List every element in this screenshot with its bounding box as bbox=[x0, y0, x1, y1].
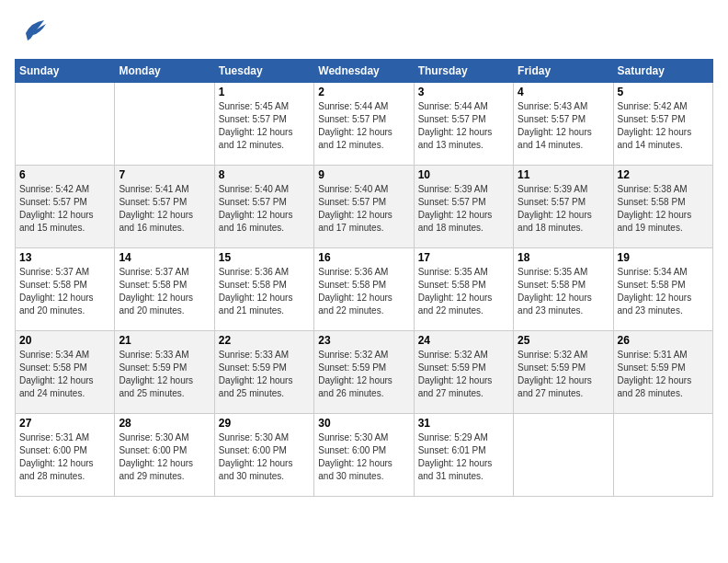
day-info: Sunrise: 5:43 AM Sunset: 5:57 PM Dayligh… bbox=[518, 100, 609, 152]
day-info: Sunrise: 5:30 AM Sunset: 6:00 PM Dayligh… bbox=[219, 431, 310, 483]
day-info: Sunrise: 5:33 AM Sunset: 5:59 PM Dayligh… bbox=[119, 349, 210, 400]
calendar-cell bbox=[115, 83, 214, 166]
day-info: Sunrise: 5:33 AM Sunset: 5:59 PM Dayligh… bbox=[219, 349, 310, 400]
calendar-week-1: 1Sunrise: 5:45 AM Sunset: 5:57 PM Daylig… bbox=[16, 83, 713, 166]
page-header bbox=[15, 15, 713, 48]
day-info: Sunrise: 5:36 AM Sunset: 5:58 PM Dayligh… bbox=[219, 266, 310, 317]
calendar-cell: 25Sunrise: 5:32 AM Sunset: 5:59 PM Dayli… bbox=[514, 331, 613, 414]
day-number: 13 bbox=[19, 251, 110, 264]
calendar-cell: 6Sunrise: 5:42 AM Sunset: 5:57 PM Daylig… bbox=[16, 166, 115, 248]
calendar-cell: 16Sunrise: 5:36 AM Sunset: 5:58 PM Dayli… bbox=[314, 248, 414, 331]
calendar-header-row: SundayMondayTuesdayWednesdayThursdayFrid… bbox=[16, 60, 713, 83]
day-number: 30 bbox=[318, 417, 409, 430]
calendar-cell: 21Sunrise: 5:33 AM Sunset: 5:59 PM Dayli… bbox=[115, 331, 214, 414]
calendar-cell bbox=[613, 414, 712, 497]
logo bbox=[15, 15, 48, 48]
day-number: 10 bbox=[418, 168, 509, 181]
day-number: 24 bbox=[418, 334, 509, 347]
day-number: 23 bbox=[318, 334, 409, 347]
calendar-cell: 1Sunrise: 5:45 AM Sunset: 5:57 PM Daylig… bbox=[214, 83, 313, 166]
calendar-cell: 22Sunrise: 5:33 AM Sunset: 5:59 PM Dayli… bbox=[214, 331, 313, 414]
calendar-cell: 10Sunrise: 5:39 AM Sunset: 5:57 PM Dayli… bbox=[414, 166, 513, 248]
day-number: 21 bbox=[119, 334, 210, 347]
day-info: Sunrise: 5:29 AM Sunset: 6:01 PM Dayligh… bbox=[418, 431, 509, 483]
day-info: Sunrise: 5:30 AM Sunset: 6:00 PM Dayligh… bbox=[119, 431, 210, 483]
day-number: 11 bbox=[518, 168, 609, 181]
day-info: Sunrise: 5:39 AM Sunset: 5:57 PM Dayligh… bbox=[518, 183, 609, 235]
day-info: Sunrise: 5:32 AM Sunset: 5:59 PM Dayligh… bbox=[518, 349, 609, 400]
day-info: Sunrise: 5:37 AM Sunset: 5:58 PM Dayligh… bbox=[19, 266, 110, 317]
calendar-week-5: 27Sunrise: 5:31 AM Sunset: 6:00 PM Dayli… bbox=[16, 414, 713, 497]
day-info: Sunrise: 5:40 AM Sunset: 5:57 PM Dayligh… bbox=[219, 183, 310, 235]
calendar-cell: 30Sunrise: 5:30 AM Sunset: 6:00 PM Dayli… bbox=[314, 414, 414, 497]
day-info: Sunrise: 5:32 AM Sunset: 5:59 PM Dayligh… bbox=[318, 349, 409, 400]
calendar-cell: 26Sunrise: 5:31 AM Sunset: 5:59 PM Dayli… bbox=[613, 331, 712, 414]
day-info: Sunrise: 5:44 AM Sunset: 5:57 PM Dayligh… bbox=[418, 100, 509, 152]
day-info: Sunrise: 5:40 AM Sunset: 5:57 PM Dayligh… bbox=[318, 183, 409, 235]
day-number: 19 bbox=[618, 251, 709, 264]
calendar-cell: 5Sunrise: 5:42 AM Sunset: 5:57 PM Daylig… bbox=[613, 83, 712, 166]
calendar-cell: 31Sunrise: 5:29 AM Sunset: 6:01 PM Dayli… bbox=[414, 414, 513, 497]
day-number: 28 bbox=[119, 417, 210, 430]
column-header-thursday: Thursday bbox=[414, 60, 513, 83]
day-number: 14 bbox=[119, 251, 210, 264]
day-info: Sunrise: 5:32 AM Sunset: 5:59 PM Dayligh… bbox=[418, 349, 509, 400]
calendar-cell: 15Sunrise: 5:36 AM Sunset: 5:58 PM Dayli… bbox=[214, 248, 313, 331]
calendar-cell: 19Sunrise: 5:34 AM Sunset: 5:58 PM Dayli… bbox=[613, 248, 712, 331]
calendar-cell: 9Sunrise: 5:40 AM Sunset: 5:57 PM Daylig… bbox=[314, 166, 414, 248]
day-info: Sunrise: 5:34 AM Sunset: 5:58 PM Dayligh… bbox=[19, 349, 110, 400]
calendar-week-3: 13Sunrise: 5:37 AM Sunset: 5:58 PM Dayli… bbox=[16, 248, 713, 331]
calendar-table: SundayMondayTuesdayWednesdayThursdayFrid… bbox=[15, 59, 713, 497]
calendar-cell: 27Sunrise: 5:31 AM Sunset: 6:00 PM Dayli… bbox=[16, 414, 115, 497]
column-header-friday: Friday bbox=[514, 60, 613, 83]
calendar-cell: 13Sunrise: 5:37 AM Sunset: 5:58 PM Dayli… bbox=[16, 248, 115, 331]
calendar-cell: 17Sunrise: 5:35 AM Sunset: 5:58 PM Dayli… bbox=[414, 248, 513, 331]
calendar-cell: 20Sunrise: 5:34 AM Sunset: 5:58 PM Dayli… bbox=[16, 331, 115, 414]
day-info: Sunrise: 5:42 AM Sunset: 5:57 PM Dayligh… bbox=[618, 100, 709, 152]
day-number: 17 bbox=[418, 251, 509, 264]
day-info: Sunrise: 5:41 AM Sunset: 5:57 PM Dayligh… bbox=[119, 183, 210, 235]
day-number: 4 bbox=[518, 86, 609, 98]
day-info: Sunrise: 5:45 AM Sunset: 5:57 PM Dayligh… bbox=[219, 100, 310, 152]
calendar-cell: 18Sunrise: 5:35 AM Sunset: 5:58 PM Dayli… bbox=[514, 248, 613, 331]
calendar-cell bbox=[514, 414, 613, 497]
day-number: 7 bbox=[119, 168, 210, 181]
day-number: 15 bbox=[219, 251, 310, 264]
calendar-cell: 3Sunrise: 5:44 AM Sunset: 5:57 PM Daylig… bbox=[414, 83, 513, 166]
day-number: 25 bbox=[518, 334, 609, 347]
day-info: Sunrise: 5:36 AM Sunset: 5:58 PM Dayligh… bbox=[318, 266, 409, 317]
day-number: 16 bbox=[318, 251, 409, 264]
day-number: 9 bbox=[318, 168, 409, 181]
day-number: 3 bbox=[418, 86, 509, 98]
day-number: 29 bbox=[219, 417, 310, 430]
calendar-cell: 29Sunrise: 5:30 AM Sunset: 6:00 PM Dayli… bbox=[214, 414, 313, 497]
calendar-week-4: 20Sunrise: 5:34 AM Sunset: 5:58 PM Dayli… bbox=[16, 331, 713, 414]
day-info: Sunrise: 5:30 AM Sunset: 6:00 PM Dayligh… bbox=[318, 431, 409, 483]
day-number: 12 bbox=[618, 168, 709, 181]
day-number: 22 bbox=[219, 334, 310, 347]
column-header-saturday: Saturday bbox=[613, 60, 712, 83]
calendar-cell: 4Sunrise: 5:43 AM Sunset: 5:57 PM Daylig… bbox=[514, 83, 613, 166]
calendar-cell bbox=[16, 83, 115, 166]
day-number: 27 bbox=[19, 417, 110, 430]
column-header-tuesday: Tuesday bbox=[214, 60, 313, 83]
logo-bird-icon bbox=[18, 15, 48, 48]
calendar-week-2: 6Sunrise: 5:42 AM Sunset: 5:57 PM Daylig… bbox=[16, 166, 713, 248]
day-number: 18 bbox=[518, 251, 609, 264]
day-info: Sunrise: 5:35 AM Sunset: 5:58 PM Dayligh… bbox=[418, 266, 509, 317]
column-header-wednesday: Wednesday bbox=[314, 60, 414, 83]
day-info: Sunrise: 5:35 AM Sunset: 5:58 PM Dayligh… bbox=[518, 266, 609, 317]
day-number: 31 bbox=[418, 417, 509, 430]
day-info: Sunrise: 5:31 AM Sunset: 6:00 PM Dayligh… bbox=[19, 431, 110, 483]
calendar-cell: 23Sunrise: 5:32 AM Sunset: 5:59 PM Dayli… bbox=[314, 331, 414, 414]
day-info: Sunrise: 5:39 AM Sunset: 5:57 PM Dayligh… bbox=[418, 183, 509, 235]
day-number: 5 bbox=[618, 86, 709, 98]
calendar-cell: 24Sunrise: 5:32 AM Sunset: 5:59 PM Dayli… bbox=[414, 331, 513, 414]
day-number: 6 bbox=[19, 168, 110, 181]
day-number: 8 bbox=[219, 168, 310, 181]
day-number: 26 bbox=[618, 334, 709, 347]
day-number: 2 bbox=[318, 86, 409, 98]
day-number: 1 bbox=[219, 86, 310, 98]
day-info: Sunrise: 5:34 AM Sunset: 5:58 PM Dayligh… bbox=[618, 266, 709, 317]
calendar-cell: 12Sunrise: 5:38 AM Sunset: 5:58 PM Dayli… bbox=[613, 166, 712, 248]
